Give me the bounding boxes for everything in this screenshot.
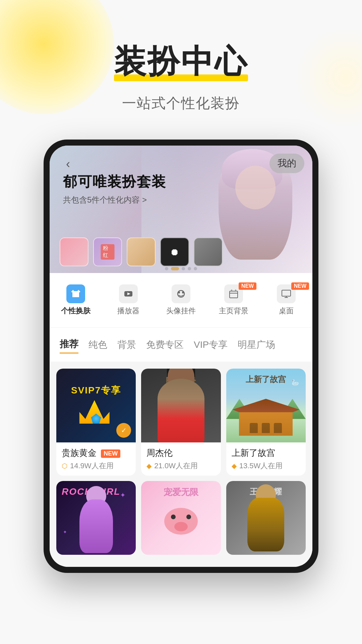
svip-stats: ⬡ 14.9W人在用 (62, 461, 130, 471)
jay-image: 周杰伦 (141, 369, 221, 442)
filter-background[interactable]: 背景 (117, 336, 136, 353)
mine-button[interactable]: 我的 (269, 154, 304, 173)
page-subtitle: 一站式个性化装扮 (0, 94, 362, 113)
filter-recommend[interactable]: 推荐 (60, 336, 78, 354)
palace-building (239, 409, 293, 436)
svg-rect-5 (230, 291, 238, 298)
phone-container: ‹ 我的 郁可唯装扮套装 共包含5件个性化内容 > (0, 140, 362, 573)
palace-image: 上新了故宫 (226, 369, 306, 442)
sparkle-2: ✦ (63, 529, 67, 535)
filter-solid[interactable]: 纯色 (88, 336, 107, 353)
pet-title: 宠爱无限 (164, 486, 198, 498)
desktop-new-badge: NEW (291, 282, 309, 290)
svg-point-3 (178, 291, 180, 293)
homepage-new-badge: NEW (239, 282, 256, 290)
cat-homepage-label: 主页背景 (219, 306, 248, 316)
mine-label: 我的 (278, 158, 296, 168)
hero-banner-subtitle: 共包含5件个性化内容 > (63, 195, 166, 205)
palace-stat-text: 13.5W人在用 (239, 461, 283, 471)
jay-name: 周杰伦 (146, 447, 215, 459)
cat-tab-desktop[interactable]: NEW 桌面 (260, 280, 312, 321)
cat-tab-player[interactable]: 播放器 (102, 280, 155, 321)
thumbnail-5[interactable] (194, 237, 223, 266)
thumbnail-1[interactable] (60, 237, 88, 266)
diamond-icon-1: ◆ (146, 462, 152, 470)
grid-item-pet[interactable]: 宠爱无限 (141, 481, 221, 555)
cat-tab-avatar[interactable]: 头像挂件 (155, 280, 207, 321)
svip-name: 贵族黄金 NEW (62, 447, 130, 459)
palace-name: 上新了故宫 (232, 447, 300, 459)
page-title: 装扮中心 (114, 40, 248, 84)
cat-desktop-label: 桌面 (279, 306, 294, 316)
jay-info: 周杰伦 ◆ 21.0W人在用 (141, 442, 221, 476)
rock-image: ROCK GIRL ✦ ✦ (56, 481, 136, 555)
player-icon (119, 284, 138, 303)
king-image: 王者荣耀 (226, 481, 306, 555)
header-section: 装扮中心 一站式个性化装扮 (0, 0, 362, 133)
sparkle-1: ✦ (120, 491, 126, 499)
cat-player-label: 播放器 (117, 306, 139, 316)
cat-avatar-label: 头像挂件 (166, 306, 196, 316)
svip-new-badge: NEW (101, 449, 120, 458)
grid-item-jay[interactable]: 周杰伦 周杰伦 ◆ 21.0W人在 (141, 369, 221, 476)
content-grid: SVIP7专享 ✓ 贵族黄金 NEW (50, 362, 312, 567)
cat-tab-skin[interactable]: 个性换肤 (50, 280, 102, 321)
svip-stat-text: 14.9W人在用 (70, 461, 114, 471)
cat-skin-label: 个性换肤 (61, 306, 90, 316)
svg-rect-6 (231, 290, 232, 290)
grid-row-2: ROCK GIRL ✦ ✦ 宠爱无限 (56, 481, 306, 555)
jay-stats: ◆ 21.0W人在用 (146, 461, 215, 471)
gold-icon: ⬡ (62, 462, 67, 470)
palace-overlay-text: 上新了故宫 (246, 374, 286, 385)
palace-info: 上新了故宫 ◆ 13.5W人在用 (226, 442, 306, 476)
back-button[interactable]: ‹ (60, 156, 76, 172)
svg-rect-9 (282, 290, 291, 296)
grid-item-rock[interactable]: ROCK GIRL ✦ ✦ (56, 481, 136, 555)
pet-image: 宠爱无限 (141, 481, 221, 555)
download-badge: ✓ (116, 423, 131, 438)
thumbnail-4[interactable] (160, 237, 189, 266)
filter-tabs: 推荐 纯色 背景 免费专区 VIP专享 明星广场 (50, 328, 312, 362)
jay-stat-text: 21.0W人在用 (154, 461, 198, 471)
svip-badge-text: SVIP7专享 (71, 384, 121, 397)
cat-tab-homepage[interactable]: NEW 主页背景 (207, 280, 260, 321)
filter-free[interactable]: 免费专区 (146, 336, 184, 353)
filter-stars[interactable]: 明星广场 (238, 336, 275, 353)
avatar-icon (172, 284, 190, 303)
hero-banner: ‹ 我的 郁可唯装扮套装 共包含5件个性化内容 > (50, 146, 312, 273)
phone-screen: ‹ 我的 郁可唯装扮套装 共包含5件个性化内容 > (50, 146, 312, 567)
grid-item-palace[interactable]: 上新了故宫 (226, 369, 306, 476)
thumbnail-2[interactable] (93, 237, 122, 266)
back-arrow-icon: ‹ (66, 157, 70, 171)
svg-rect-7 (235, 290, 236, 290)
category-tabs: 个性换肤 播放器 (50, 273, 312, 328)
hero-text-block: 郁可唯装扮套装 共包含5件个性化内容 > (63, 172, 166, 205)
hero-banner-title: 郁可唯装扮套装 (63, 172, 166, 191)
filter-vip[interactable]: VIP专享 (194, 336, 228, 353)
diamond-icon-2: ◆ (232, 462, 237, 470)
svip-image: SVIP7专享 ✓ (56, 369, 136, 442)
pig-body (164, 508, 198, 535)
thumbnail-3[interactable] (127, 237, 156, 266)
grid-row-1: SVIP7专享 ✓ 贵族黄金 NEW (56, 369, 306, 476)
svip-info: 贵族黄金 NEW ⬡ 14.9W人在用 (56, 442, 136, 476)
grid-item-king[interactable]: 王者荣耀 (226, 481, 306, 555)
svg-point-4 (182, 291, 184, 293)
crown-icon (79, 400, 113, 427)
grid-item-svip[interactable]: SVIP7专享 ✓ 贵族黄金 NEW (56, 369, 136, 476)
phone-frame: ‹ 我的 郁可唯装扮套装 共包含5件个性化内容 > (44, 140, 318, 573)
palace-stats: ◆ 13.5W人在用 (232, 461, 300, 471)
shirt-icon (66, 284, 85, 303)
thumbnail-strip (60, 237, 223, 266)
